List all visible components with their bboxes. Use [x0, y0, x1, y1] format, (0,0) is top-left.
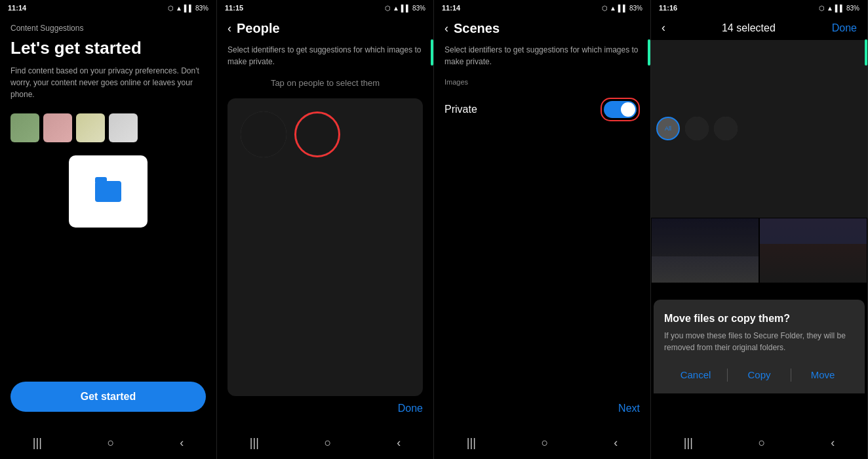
private-toggle[interactable] [604, 101, 637, 118]
wifi-icon-2: ▲ [393, 5, 399, 12]
move-copy-dialog: Move files or copy them? If you move the… [654, 300, 865, 393]
screen2-title: People [237, 21, 280, 36]
screen2-subtitle: Select identifiers to get suggestions fo… [227, 44, 423, 68]
nav-bar-3: ||| ○ ‹ [434, 426, 650, 459]
person-avatar-2[interactable] [294, 111, 340, 157]
wifi-icon-4: ▲ [827, 5, 833, 12]
screenshot-icon-2: ⬡ [385, 5, 391, 12]
people-row [238, 109, 412, 160]
cancel-button[interactable]: Cancel [664, 367, 727, 383]
status-icons-1: ⬡ ▲ ▌▌ 83% [168, 5, 208, 12]
time-3: 11:14 [442, 4, 460, 12]
nav-menu-2[interactable]: ||| [250, 436, 259, 450]
nav-bar-4: ||| ○ ‹ [651, 426, 867, 459]
back-arrow-4[interactable]: ‹ [661, 21, 665, 35]
folder-icon [95, 181, 121, 202]
nav-menu-1[interactable]: ||| [33, 436, 42, 450]
status-icons-4: ⬡ ▲ ▌▌ 83% [819, 5, 859, 12]
screen4: 11:16 ⬡ ▲ ▌▌ 83% ‹ 14 selected Done All [651, 0, 868, 459]
nav-bar-1: ||| ○ ‹ [0, 426, 216, 459]
screen4-header: ‹ 14 selected Done [651, 16, 867, 40]
nav-back-1[interactable]: ‹ [180, 436, 184, 450]
back-header-3: ‹ Scenes [444, 21, 640, 36]
nav-back-3[interactable]: ‹ [614, 436, 618, 450]
description: Find content based on your privacy prefe… [10, 65, 206, 100]
time-2: 11:15 [225, 4, 243, 12]
wifi-icon: ▲ [176, 5, 182, 12]
thumbnail-row [10, 113, 206, 142]
screen3-title: Scenes [454, 21, 500, 36]
back-arrow-3[interactable]: ‹ [444, 22, 448, 35]
gallery-item-1[interactable] [651, 218, 759, 283]
nav-menu-4[interactable]: ||| [684, 436, 693, 450]
screen3-subtitle: Select identifiers to get suggestions fo… [444, 44, 640, 68]
back-arrow-2[interactable]: ‹ [227, 22, 231, 35]
nav-bar-2: ||| ○ ‹ [217, 426, 433, 459]
get-started-button[interactable]: Get started [10, 382, 206, 412]
dialog-desc: If you move these files to Secure Folder… [664, 330, 854, 353]
copy-button[interactable]: Copy [728, 367, 791, 383]
screenshot-icon: ⬡ [168, 5, 174, 12]
back-header-2: ‹ People [227, 21, 423, 36]
screen1: 11:14 ⬡ ▲ ▌▌ 83% Content Suggestions Let… [0, 0, 217, 459]
nav-home-1[interactable]: ○ [108, 436, 115, 450]
dialog-title: Move files or copy them? [664, 313, 854, 325]
thumb-landscape [10, 113, 39, 142]
nav-back-2[interactable]: ‹ [397, 436, 401, 450]
done-button-4[interactable]: Done [832, 22, 857, 34]
move-button[interactable]: Move [791, 367, 854, 383]
screen1-content: Content Suggestions Let's get started Fi… [0, 16, 216, 426]
thumb-food [76, 113, 105, 142]
toggle-border [601, 98, 640, 121]
battery-icon-3: 83% [629, 5, 642, 12]
avatar-3[interactable] [685, 117, 709, 140]
all-selector[interactable]: All [656, 117, 680, 140]
status-bar-3: 11:14 ⬡ ▲ ▌▌ 83% [434, 0, 650, 16]
nav-home-4[interactable]: ○ [759, 436, 766, 450]
signal-icon-3: ▌▌ [618, 5, 627, 12]
screen4-content: All Move files or copy [651, 40, 867, 426]
green-accent-2 [431, 39, 433, 66]
toggle-knob [621, 102, 635, 117]
screenshot-icon-4: ⬡ [819, 5, 825, 12]
screen3: 11:14 ⬡ ▲ ▌▌ 83% ‹ Scenes Select identif… [434, 0, 651, 459]
battery-icon: 83% [195, 5, 208, 12]
tap-hint: Tap on people to select them [227, 78, 423, 88]
screen3-footer: Next [444, 396, 640, 421]
screen3-content: ‹ Scenes Select identifiers to get sugge… [434, 16, 650, 426]
section-label: Images [444, 78, 640, 86]
status-icons-3: ⬡ ▲ ▌▌ 83% [602, 5, 642, 12]
green-accent-3 [648, 39, 650, 66]
wifi-icon-3: ▲ [610, 5, 616, 12]
selected-count: 14 selected [722, 22, 776, 34]
status-icons-2: ⬡ ▲ ▌▌ 83% [385, 5, 425, 12]
green-accent-4 [865, 39, 867, 66]
time-4: 11:16 [659, 4, 677, 12]
dialog-actions: Cancel Copy Move [664, 367, 854, 383]
private-label: Private [444, 104, 477, 115]
status-bar-1: 11:14 ⬡ ▲ ▌▌ 83% [0, 0, 216, 16]
signal-icon: ▌▌ [184, 5, 193, 12]
signal-icon-4: ▌▌ [835, 5, 844, 12]
battery-icon-4: 83% [846, 5, 859, 12]
next-button[interactable]: Next [618, 403, 640, 414]
headline: Let's get started [10, 38, 206, 58]
toggle-row: Private [444, 91, 640, 128]
signal-icon-2: ▌▌ [401, 5, 410, 12]
screen2-content: ‹ People Select identifiers to get sugge… [217, 16, 433, 426]
nav-back-4[interactable]: ‹ [831, 436, 835, 450]
done-button-2[interactable]: Done [398, 403, 423, 414]
app-title: Content Suggestions [10, 24, 206, 33]
thumb-other [109, 113, 138, 142]
avatar-4[interactable] [714, 117, 738, 140]
time-1: 11:14 [8, 4, 26, 12]
status-bar-2: 11:15 ⬡ ▲ ▌▌ 83% [217, 0, 433, 16]
gallery-item-2[interactable] [759, 218, 867, 283]
nav-menu-3[interactable]: ||| [467, 436, 476, 450]
screenshot-icon-3: ⬡ [602, 5, 608, 12]
nav-home-3[interactable]: ○ [542, 436, 549, 450]
nav-home-2[interactable]: ○ [325, 436, 332, 450]
person-avatar-1[interactable] [241, 111, 286, 157]
all-label: All [665, 125, 671, 132]
screen2-footer: Done [227, 396, 423, 421]
